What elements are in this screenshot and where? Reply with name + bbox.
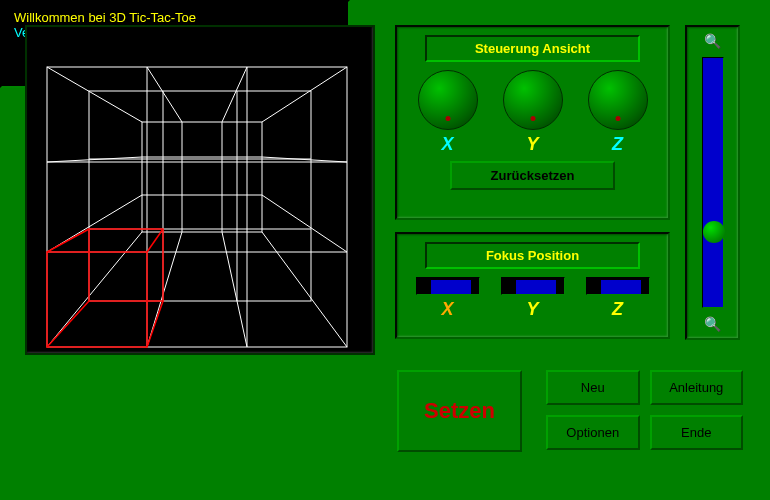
focus-controls-panel: Fokus Position X Y Z <box>395 232 670 339</box>
view-controls-panel: Steuerung Ansicht X Y Z Zurücksetzen <box>395 25 670 220</box>
focus-y-slider[interactable] <box>501 277 565 295</box>
svg-line-19 <box>147 67 182 122</box>
svg-rect-27 <box>47 252 147 347</box>
axis-label-y: Y <box>503 134 563 155</box>
zoom-thumb[interactable] <box>703 221 725 243</box>
svg-line-22 <box>222 232 247 347</box>
svg-line-3 <box>262 67 347 122</box>
svg-rect-0 <box>47 67 347 347</box>
optionen-button[interactable]: Optionen <box>546 415 640 450</box>
focus-axis-z: Z <box>586 299 650 320</box>
status-line-1: Willkommen bei 3D Tic-Tac-Toe <box>14 10 336 25</box>
ende-button[interactable]: Ende <box>650 415 744 450</box>
focus-axis-x: X <box>416 299 480 320</box>
svg-rect-28 <box>89 229 163 301</box>
focus-axis-y: Y <box>501 299 565 320</box>
view-controls-header: Steuerung Ansicht <box>425 35 640 62</box>
svg-line-29 <box>47 229 89 252</box>
zoom-slider[interactable] <box>702 57 724 308</box>
zoom-out-icon[interactable]: 🔍 <box>704 316 721 332</box>
svg-line-2 <box>47 67 142 122</box>
zoom-panel: 🔍 🔍 <box>685 25 740 340</box>
focus-controls-header: Fokus Position <box>425 242 640 269</box>
anleitung-button[interactable]: Anleitung <box>650 370 744 405</box>
neu-button[interactable]: Neu <box>546 370 640 405</box>
axis-label-z: Z <box>588 134 648 155</box>
rotate-z-knob[interactable] <box>588 70 648 130</box>
game-viewport[interactable] <box>25 25 375 355</box>
svg-line-32 <box>147 301 163 347</box>
svg-line-31 <box>47 301 89 347</box>
zoom-in-icon[interactable]: 🔍 <box>704 33 721 49</box>
rotate-y-knob[interactable] <box>503 70 563 130</box>
setzen-label: Setzen <box>424 398 495 424</box>
action-button-grid: Neu Anleitung Optionen Ende <box>546 370 743 450</box>
svg-rect-1 <box>142 122 262 232</box>
sliders-row: X Y Z <box>405 277 660 320</box>
svg-line-26 <box>262 195 347 252</box>
reset-view-button[interactable]: Zurücksetzen <box>450 161 615 190</box>
focus-x-slider[interactable] <box>416 277 480 295</box>
svg-line-5 <box>262 232 347 347</box>
focus-z-slider[interactable] <box>586 277 650 295</box>
axis-label-x: X <box>418 134 478 155</box>
svg-line-20 <box>222 67 247 122</box>
cube-grid <box>27 27 373 353</box>
setzen-button[interactable]: Setzen <box>397 370 522 452</box>
knobs-row: X Y Z <box>405 70 660 155</box>
svg-line-4 <box>47 232 142 347</box>
rotate-x-knob[interactable] <box>418 70 478 130</box>
